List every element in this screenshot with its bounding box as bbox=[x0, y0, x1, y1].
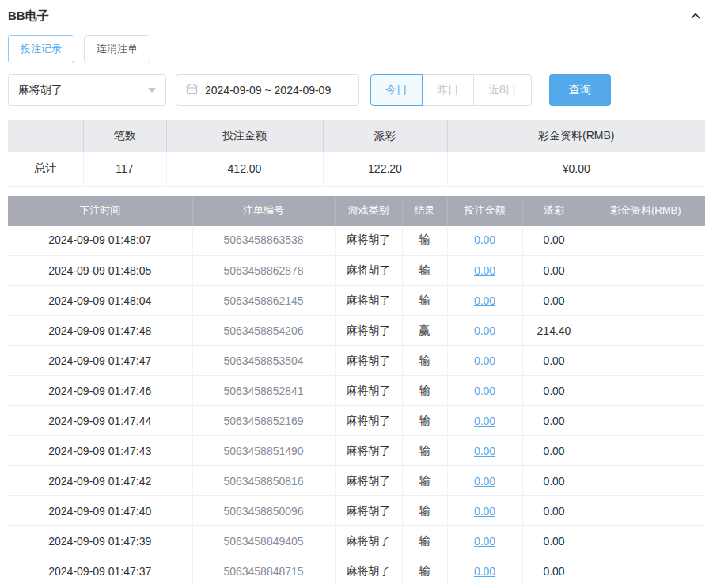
quick-date-group: 今日 昨日 近8日 bbox=[370, 74, 532, 106]
betting-records-panel: BB电子 投注记录 连消注单 麻将胡了 2024-09-09 ~ 2024-09… bbox=[0, 0, 713, 586]
bet-amount-cell: 0.00 bbox=[447, 226, 522, 256]
table-row: 2024-09-09 01:47:40 5063458850096 麻将胡了 输… bbox=[8, 496, 705, 526]
bet-amount-link[interactable]: 0.00 bbox=[474, 264, 495, 277]
game-type-cell: 麻将胡了 bbox=[335, 406, 402, 436]
bet-amount-link[interactable]: 0.00 bbox=[474, 294, 495, 307]
game-select-value: 麻将胡了 bbox=[18, 83, 63, 97]
summary-bet-value: 412.00 bbox=[166, 152, 323, 186]
jackpot-cell bbox=[586, 556, 705, 586]
game-type-cell: 麻将胡了 bbox=[335, 346, 402, 376]
bet-amount-cell: 0.00 bbox=[447, 376, 522, 406]
order-number-cell: 5063458848715 bbox=[192, 556, 335, 586]
summary-header-count: 笔数 bbox=[83, 120, 166, 152]
bet-amount-link[interactable]: 0.00 bbox=[474, 355, 495, 367]
result-cell: 输 bbox=[402, 466, 447, 496]
chevron-down-icon bbox=[148, 88, 156, 93]
summary-header-payout: 派彩 bbox=[323, 120, 447, 152]
tab-betting-records[interactable]: 投注记录 bbox=[8, 35, 74, 63]
date-range-value: 2024-09-09 ~ 2024-09-09 bbox=[205, 84, 331, 97]
quick-btn-last8days[interactable]: 近8日 bbox=[473, 74, 532, 106]
table-row: 2024-09-09 01:48:04 5063458862145 麻将胡了 输… bbox=[8, 286, 705, 316]
summary-total-row: 总计 117 412.00 122.20 ¥0.00 bbox=[8, 152, 705, 186]
bet-amount-link[interactable]: 0.00 bbox=[474, 233, 495, 246]
page-title: BB电子 bbox=[8, 9, 49, 24]
bet-time-cell: 2024-09-09 01:47:47 bbox=[8, 346, 192, 376]
bet-time-cell: 2024-09-09 01:47:43 bbox=[8, 436, 192, 466]
jackpot-cell bbox=[586, 226, 705, 256]
game-type-cell: 麻将胡了 bbox=[335, 436, 402, 466]
bet-time-cell: 2024-09-09 01:47:44 bbox=[8, 406, 192, 436]
search-button[interactable]: 查询 bbox=[549, 74, 611, 106]
bet-amount-link[interactable]: 0.00 bbox=[474, 535, 495, 548]
jackpot-cell bbox=[586, 466, 705, 496]
bet-time-cell: 2024-09-09 01:47:48 bbox=[8, 316, 192, 346]
tab-bar: 投注记录 连消注单 bbox=[8, 35, 705, 63]
game-type-cell: 麻将胡了 bbox=[335, 316, 402, 346]
order-number-cell: 5063458851490 bbox=[192, 436, 335, 466]
table-row: 2024-09-09 01:48:05 5063458862878 麻将胡了 输… bbox=[8, 256, 705, 286]
payout-cell: 0.00 bbox=[522, 496, 586, 526]
bet-amount-cell: 0.00 bbox=[447, 436, 522, 466]
result-cell: 输 bbox=[402, 346, 447, 376]
order-number-cell: 5063458863538 bbox=[192, 226, 335, 256]
panel-header: BB电子 bbox=[8, 0, 705, 32]
bet-amount-link[interactable]: 0.00 bbox=[474, 324, 495, 337]
payout-cell: 0.00 bbox=[522, 436, 586, 466]
calendar-icon bbox=[186, 83, 198, 97]
bet-amount-link[interactable]: 0.00 bbox=[474, 565, 495, 578]
result-cell: 输 bbox=[402, 376, 447, 406]
bet-time-cell: 2024-09-09 01:47:37 bbox=[8, 556, 192, 586]
summary-header-bet: 投注金额 bbox=[166, 120, 323, 152]
summary-table: 笔数 投注金额 派彩 彩金资料(RMB) 总计 117 412.00 122.2… bbox=[8, 120, 705, 187]
bet-time-cell: 2024-09-09 01:47:42 bbox=[8, 466, 192, 496]
records-table: 下注时间 注单编号 游戏类别 结果 投注金额 派彩 彩金资料(RMB) 2024… bbox=[8, 196, 705, 587]
collapse-button[interactable] bbox=[686, 6, 705, 25]
table-row: 2024-09-09 01:47:46 5063458852841 麻将胡了 输… bbox=[8, 376, 705, 406]
result-cell: 输 bbox=[402, 556, 447, 586]
game-type-cell: 麻将胡了 bbox=[335, 556, 402, 586]
table-row: 2024-09-09 01:47:42 5063458850816 麻将胡了 输… bbox=[8, 466, 705, 496]
order-number-cell: 5063458854206 bbox=[192, 316, 335, 346]
table-row: 2024-09-09 01:47:43 5063458851490 麻将胡了 输… bbox=[8, 436, 705, 466]
summary-count-value: 117 bbox=[83, 152, 166, 186]
bet-amount-cell: 0.00 bbox=[447, 406, 522, 436]
bet-amount-link[interactable]: 0.00 bbox=[474, 385, 495, 397]
bet-amount-link[interactable]: 0.00 bbox=[474, 505, 495, 518]
result-cell: 赢 bbox=[402, 316, 447, 346]
summary-header-blank bbox=[8, 120, 83, 152]
bet-amount-cell: 0.00 bbox=[447, 526, 522, 556]
bet-amount-link[interactable]: 0.00 bbox=[474, 445, 495, 457]
jackpot-cell bbox=[586, 436, 705, 466]
payout-cell: 0.00 bbox=[522, 466, 586, 496]
jackpot-cell bbox=[586, 406, 705, 436]
bet-amount-cell: 0.00 bbox=[447, 496, 522, 526]
payout-cell: 0.00 bbox=[522, 226, 586, 256]
result-cell: 输 bbox=[402, 256, 447, 286]
bet-amount-cell: 0.00 bbox=[447, 346, 522, 376]
table-row: 2024-09-09 01:48:07 5063458863538 麻将胡了 输… bbox=[8, 226, 705, 256]
order-number-cell: 5063458850096 bbox=[192, 496, 335, 526]
col-header-jackpot: 彩金资料(RMB) bbox=[586, 196, 705, 226]
payout-cell: 0.00 bbox=[522, 376, 586, 406]
quick-btn-yesterday[interactable]: 昨日 bbox=[422, 74, 474, 106]
payout-cell: 0.00 bbox=[522, 406, 586, 436]
quick-btn-today[interactable]: 今日 bbox=[370, 74, 423, 106]
order-number-cell: 5063458853504 bbox=[192, 346, 335, 376]
bet-amount-cell: 0.00 bbox=[447, 316, 522, 346]
date-range-input[interactable]: 2024-09-09 ~ 2024-09-09 bbox=[176, 74, 359, 106]
bet-amount-link[interactable]: 0.00 bbox=[474, 415, 495, 427]
payout-cell: 0.00 bbox=[522, 346, 586, 376]
game-type-cell: 麻将胡了 bbox=[335, 376, 402, 406]
jackpot-cell bbox=[586, 496, 705, 526]
col-header-bet-amount: 投注金额 bbox=[447, 196, 522, 226]
table-row: 2024-09-09 01:47:48 5063458854206 麻将胡了 赢… bbox=[8, 316, 705, 346]
bet-amount-link[interactable]: 0.00 bbox=[474, 475, 495, 487]
payout-cell: 0.00 bbox=[522, 556, 586, 586]
col-header-game-type: 游戏类别 bbox=[335, 196, 402, 226]
jackpot-cell bbox=[586, 526, 705, 556]
tab-cancelled-orders[interactable]: 连消注单 bbox=[84, 35, 150, 63]
game-select[interactable]: 麻将胡了 bbox=[8, 74, 166, 106]
table-row: 2024-09-09 01:47:39 5063458849405 麻将胡了 输… bbox=[8, 526, 705, 556]
game-type-cell: 麻将胡了 bbox=[335, 526, 402, 556]
payout-cell: 0.00 bbox=[522, 256, 586, 286]
